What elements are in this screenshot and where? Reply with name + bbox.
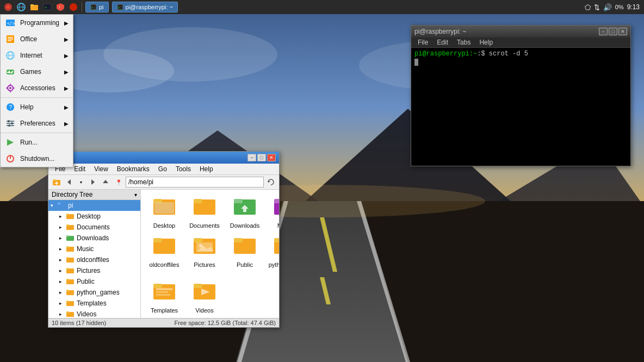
templates-folder-icon xyxy=(66,299,75,308)
files-taskbar-icon[interactable] xyxy=(28,1,40,13)
taskbar-window-terminal[interactable]: >_ pi@raspberrypi: ~ xyxy=(112,2,178,13)
svg-rect-39 xyxy=(8,39,13,40)
svg-marker-11 xyxy=(320,217,337,272)
minimize-button[interactable]: − xyxy=(247,154,256,161)
toolbar-back[interactable] xyxy=(64,176,76,188)
svg-rect-40 xyxy=(8,40,11,41)
file-manager-titlebar: pi − □ ✕ xyxy=(48,152,279,164)
svg-rect-122 xyxy=(156,288,172,290)
svg-point-2 xyxy=(103,27,277,82)
taskbar-right: ⬠ ⇅ 🔊 0% 9:13 xyxy=(580,3,644,11)
tree-item-downloads[interactable]: ▸ Downloads xyxy=(48,233,140,244)
svg-text:!: ! xyxy=(59,5,60,9)
address-bar[interactable]: /home/pi xyxy=(126,177,264,188)
menu-help[interactable]: Help xyxy=(195,164,218,174)
terminal-menu-tabs[interactable]: Tabs xyxy=(453,38,475,47)
terminal-minimize[interactable]: − xyxy=(599,28,608,35)
tree-item-music[interactable]: ▸ Music xyxy=(48,244,140,254)
tree-item-pi[interactable]: ▾ pi xyxy=(48,200,140,211)
globe-taskbar-icon[interactable] xyxy=(15,1,27,13)
svg-text:>_: >_ xyxy=(91,5,96,10)
public-folder-icon xyxy=(66,277,75,286)
shutdown-icon xyxy=(5,153,16,164)
tree-header: Directory Tree ▾ xyxy=(48,190,140,200)
red-circle-taskbar-icon[interactable] xyxy=(67,1,79,13)
oldconffiles-icon xyxy=(151,235,177,261)
menu-item-internet[interactable]: Internet ▶ xyxy=(1,47,73,64)
maximize-button[interactable]: □ xyxy=(257,154,266,161)
svg-rect-75 xyxy=(58,203,60,204)
file-item-videos[interactable]: Videos xyxy=(185,279,224,316)
videos-icon xyxy=(191,281,218,307)
toolbar-location[interactable]: 📍 xyxy=(113,176,125,188)
tree-item-documents[interactable]: ▸ Documents xyxy=(48,222,140,233)
terminal-menu-file[interactable]: File xyxy=(413,38,432,47)
app-menu: </> Programming ▶ Office ▶ xyxy=(0,14,73,167)
tree-collapse-icon[interactable]: ▾ xyxy=(134,192,137,198)
taskbar-window-pi[interactable]: >_ pi xyxy=(85,2,109,13)
menu-view[interactable]: View xyxy=(90,164,113,174)
file-item-oldconffiles[interactable]: oldconffiles xyxy=(145,233,183,277)
file-item-python-games[interactable]: python_games xyxy=(266,233,279,277)
file-area: Desktop Documents xyxy=(141,190,279,318)
terminal-close[interactable]: ✕ xyxy=(618,28,627,35)
tree-item-templates[interactable]: ▸ Templates xyxy=(48,298,140,309)
terminal-title: pi@raspberrypi: ~ xyxy=(414,28,466,35)
svg-rect-25 xyxy=(30,6,38,10)
menu-bookmarks[interactable]: Bookmarks xyxy=(113,164,154,174)
shield-taskbar-icon[interactable]: ! xyxy=(54,1,66,13)
terminal-menu-help[interactable]: Help xyxy=(475,38,497,47)
menu-item-accessories[interactable]: Accessories ▶ xyxy=(1,80,73,96)
file-item-templates[interactable]: Templates xyxy=(145,279,183,316)
menu-item-programming[interactable]: </> Programming ▶ xyxy=(1,15,73,31)
menu-item-office[interactable]: Office ▶ xyxy=(1,31,73,47)
menu-divider-1 xyxy=(1,97,73,98)
pictures-folder-icon xyxy=(66,266,75,275)
menu-item-games[interactable]: Games ▶ xyxy=(1,64,73,80)
file-item-music[interactable]: ♪ Music xyxy=(266,194,279,231)
programming-icon: </> xyxy=(5,17,16,28)
taskbar: >_ ! >_ pi xyxy=(0,0,644,14)
svg-marker-73 xyxy=(268,180,270,183)
tree-item-python-games[interactable]: ▸ python_games xyxy=(48,287,140,298)
file-item-pictures[interactable]: Pictures xyxy=(185,233,224,277)
terminal-maximize[interactable]: □ xyxy=(609,28,617,35)
documents-folder-icon xyxy=(66,223,75,232)
menu-item-preferences[interactable]: Preferences ▶ xyxy=(1,115,73,132)
menu-item-help[interactable]: ? Help ▶ xyxy=(1,99,73,115)
tree-item-oldconffiles[interactable]: ▸ oldconffiles xyxy=(48,254,140,265)
terminal-taskbar-icon[interactable]: >_ xyxy=(41,1,53,13)
file-item-downloads[interactable]: Downloads xyxy=(226,194,264,231)
file-item-public[interactable]: Public xyxy=(226,233,264,277)
svg-text:>_: >_ xyxy=(45,5,49,10)
svg-point-62 xyxy=(8,124,10,127)
file-manager-body: Directory Tree ▾ ▾ pi ▸ xyxy=(48,190,279,318)
terminal-body[interactable]: pi@raspberrypi:~:$ scrot -d 5 xyxy=(411,48,630,166)
tree-item-desktop[interactable]: ▸ Desktop xyxy=(48,211,140,222)
toolbar-reload[interactable] xyxy=(265,176,277,188)
tree-arrow-pi: ▾ xyxy=(51,203,57,208)
toolbar-new-folder[interactable] xyxy=(51,176,63,188)
terminal-controls: − □ ✕ xyxy=(599,28,627,35)
menu-item-shutdown[interactable]: Shutdown... xyxy=(1,151,73,167)
svg-rect-67 xyxy=(53,179,55,181)
toolbar-forward[interactable] xyxy=(86,176,98,188)
raspberry-menu-button[interactable] xyxy=(2,1,14,13)
directory-tree: Directory Tree ▾ ▾ pi ▸ xyxy=(48,190,141,318)
menu-tools[interactable]: Tools xyxy=(171,164,195,174)
close-button[interactable]: ✕ xyxy=(267,154,276,161)
terminal-menu-edit[interactable]: Edit xyxy=(432,38,453,47)
tree-item-public[interactable]: ▸ Public xyxy=(48,276,140,287)
statusbar-items: 10 items (17 hidden) xyxy=(52,320,106,326)
svg-rect-91 xyxy=(66,290,69,291)
tree-item-videos[interactable]: ▸ Videos xyxy=(48,309,140,318)
menu-go[interactable]: Go xyxy=(154,164,171,174)
file-item-desktop[interactable]: Desktop xyxy=(145,194,183,231)
menu-item-run[interactable]: Run... xyxy=(1,134,73,151)
downloads-folder-icon xyxy=(66,234,75,242)
toolbar-up[interactable] xyxy=(100,176,112,188)
tree-item-pictures[interactable]: ▸ Pictures xyxy=(48,265,140,276)
bluetooth-icon: ⬠ xyxy=(585,3,591,11)
file-item-documents[interactable]: Documents xyxy=(185,194,224,231)
toolbar-back-dropdown[interactable]: ▾ xyxy=(77,176,85,188)
